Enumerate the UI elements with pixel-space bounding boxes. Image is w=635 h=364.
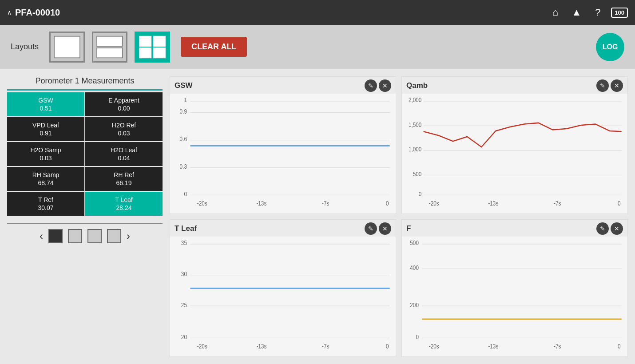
header: ∧ PFA-00010 ⌂ ▲ ? 100 bbox=[0, 0, 635, 25]
svg-text:-13s: -13s bbox=[256, 343, 266, 350]
chart-tleaf-close-button[interactable]: ✕ bbox=[379, 222, 391, 235]
chart-qamb-title: Qamb bbox=[406, 81, 428, 90]
chart-qamb-header: Qamb ✎ ✕ bbox=[402, 77, 627, 94]
svg-text:2,000: 2,000 bbox=[409, 96, 421, 103]
layout-single-button[interactable] bbox=[49, 32, 85, 63]
chart-tleaf: T Leaf ✎ ✕ 35 30 25 20 -20s -13s bbox=[170, 219, 396, 357]
meas-vpd-leaf[interactable]: VPD Leaf 0.91 bbox=[7, 117, 84, 141]
left-panel: Porometer 1 Measurements GSW 0.51 E Appa… bbox=[7, 76, 163, 357]
header-right: ⌂ ▲ ? 100 bbox=[547, 4, 628, 20]
page-dot-1[interactable] bbox=[48, 229, 63, 243]
log-button[interactable]: LOG bbox=[596, 33, 624, 61]
meas-t-leaf-value: 28.24 bbox=[89, 204, 159, 211]
chart-qamb-close-button[interactable]: ✕ bbox=[611, 79, 623, 92]
chart-gsw-close-button[interactable]: ✕ bbox=[379, 79, 391, 92]
svg-text:20: 20 bbox=[181, 333, 187, 340]
layout-two-rows-button[interactable] bbox=[92, 32, 127, 63]
meas-vpd-leaf-name: VPD Leaf bbox=[11, 122, 81, 129]
svg-rect-1 bbox=[97, 36, 123, 46]
chart-tleaf-title: T Leaf bbox=[175, 224, 197, 233]
meas-h2o-leaf-name: H2O Leaf bbox=[89, 146, 159, 154]
svg-text:400: 400 bbox=[410, 264, 419, 271]
layout-grid-button[interactable] bbox=[135, 32, 170, 63]
chart-f-icons: ✎ ✕ bbox=[596, 222, 623, 235]
meas-h2o-ref-name: H2O Ref bbox=[89, 122, 159, 129]
svg-text:-20s: -20s bbox=[429, 200, 439, 207]
svg-text:0: 0 bbox=[386, 343, 389, 350]
page-prev-button[interactable]: ‹ bbox=[40, 230, 43, 242]
charts-area: GSW ✎ ✕ 1 0.9 0.6 0.3 0 bbox=[170, 76, 628, 357]
meas-rh-samp-value: 68.74 bbox=[11, 179, 81, 186]
svg-text:35: 35 bbox=[181, 239, 187, 246]
alert-icon[interactable]: ▲ bbox=[568, 4, 584, 20]
meas-e-apparent-value: 0.00 bbox=[89, 105, 159, 112]
clear-all-button[interactable]: CLEAR ALL bbox=[181, 37, 247, 57]
chart-qamb-body: 2,000 1,500 1,000 500 0 -20s -13s -7s 0 bbox=[402, 94, 627, 214]
svg-text:1: 1 bbox=[184, 96, 187, 103]
svg-text:1,500: 1,500 bbox=[409, 121, 421, 128]
svg-text:500: 500 bbox=[410, 239, 419, 246]
svg-text:200: 200 bbox=[410, 301, 419, 309]
meas-t-ref[interactable]: T Ref 30.07 bbox=[7, 192, 84, 216]
meas-h2o-leaf-value: 0.04 bbox=[89, 154, 159, 162]
chart-tleaf-body: 35 30 25 20 -20s -13s -7s 0 bbox=[170, 237, 396, 356]
svg-text:-13s: -13s bbox=[488, 200, 498, 207]
meas-rh-samp[interactable]: RH Samp 68.74 bbox=[7, 167, 84, 191]
svg-text:500: 500 bbox=[413, 170, 422, 178]
svg-text:-20s: -20s bbox=[197, 343, 207, 350]
meas-rh-ref-value: 66.19 bbox=[89, 179, 159, 186]
chart-f-close-button[interactable]: ✕ bbox=[611, 222, 623, 235]
panel-title: Porometer 1 Measurements bbox=[7, 76, 163, 91]
chart-gsw-icons: ✎ ✕ bbox=[365, 79, 391, 92]
meas-t-leaf[interactable]: T Leaf 28.24 bbox=[85, 192, 163, 216]
svg-text:0: 0 bbox=[184, 190, 187, 198]
page-dot-2[interactable] bbox=[68, 229, 82, 243]
meas-h2o-leaf[interactable]: H2O Leaf 0.04 bbox=[85, 142, 163, 166]
toolbar: Layouts CLEAR ALL LOG bbox=[0, 25, 635, 69]
help-icon[interactable]: ? bbox=[590, 4, 606, 20]
page-next-button[interactable]: › bbox=[127, 230, 130, 242]
meas-gsw-name: GSW bbox=[11, 97, 81, 104]
chart-gsw-header: GSW ✎ ✕ bbox=[170, 77, 396, 94]
home-icon[interactable]: ⌂ bbox=[547, 4, 563, 20]
meas-h2o-samp-value: 0.03 bbox=[11, 154, 81, 162]
chart-f-body: 500 400 200 0 -20s -13s -7s 0 bbox=[402, 237, 627, 356]
meas-h2o-samp[interactable]: H2O Samp 0.03 bbox=[7, 142, 84, 166]
meas-rh-ref-name: RH Ref bbox=[89, 171, 159, 178]
chart-f-edit-button[interactable]: ✎ bbox=[596, 222, 609, 235]
chart-gsw-edit-button[interactable]: ✎ bbox=[365, 79, 377, 92]
chart-tleaf-icons: ✎ ✕ bbox=[365, 222, 391, 235]
pagination: ‹ › bbox=[7, 229, 163, 243]
svg-text:-7s: -7s bbox=[554, 200, 561, 207]
svg-text:0: 0 bbox=[618, 343, 621, 350]
svg-text:-7s: -7s bbox=[322, 343, 329, 350]
chart-qamb-icons: ✎ ✕ bbox=[596, 79, 623, 92]
chart-f-title: F bbox=[406, 224, 411, 233]
meas-gsw[interactable]: GSW 0.51 bbox=[7, 92, 84, 116]
svg-text:0: 0 bbox=[419, 190, 422, 198]
chart-qamb-edit-button[interactable]: ✎ bbox=[596, 79, 609, 92]
meas-h2o-samp-name: H2O Samp bbox=[11, 146, 81, 154]
chevron-up-icon: ∧ bbox=[7, 9, 12, 16]
badge: 100 bbox=[611, 8, 628, 18]
measurements-grid: GSW 0.51 E Apparent 0.00 VPD Leaf 0.91 H… bbox=[7, 92, 163, 216]
meas-rh-ref[interactable]: RH Ref 66.19 bbox=[85, 167, 163, 191]
svg-rect-3 bbox=[139, 36, 151, 46]
svg-text:0: 0 bbox=[618, 200, 621, 207]
chart-gsw: GSW ✎ ✕ 1 0.9 0.6 0.3 0 bbox=[170, 76, 396, 214]
page-dot-3[interactable] bbox=[87, 229, 102, 243]
meas-vpd-leaf-value: 0.91 bbox=[11, 130, 81, 137]
page-dot-4[interactable] bbox=[107, 229, 121, 243]
svg-rect-2 bbox=[97, 47, 123, 57]
svg-text:0.9: 0.9 bbox=[180, 108, 187, 115]
meas-e-apparent[interactable]: E Apparent 0.00 bbox=[85, 92, 163, 116]
svg-text:-7s: -7s bbox=[554, 343, 561, 350]
svg-text:-7s: -7s bbox=[322, 200, 329, 207]
svg-rect-4 bbox=[154, 36, 165, 46]
svg-text:-20s: -20s bbox=[197, 200, 207, 207]
chart-tleaf-edit-button[interactable]: ✎ bbox=[365, 222, 377, 235]
svg-text:-13s: -13s bbox=[488, 343, 498, 350]
svg-text:1,000: 1,000 bbox=[409, 146, 421, 153]
meas-t-leaf-name: T Leaf bbox=[89, 196, 159, 203]
meas-h2o-ref[interactable]: H2O Ref 0.03 bbox=[85, 117, 163, 141]
